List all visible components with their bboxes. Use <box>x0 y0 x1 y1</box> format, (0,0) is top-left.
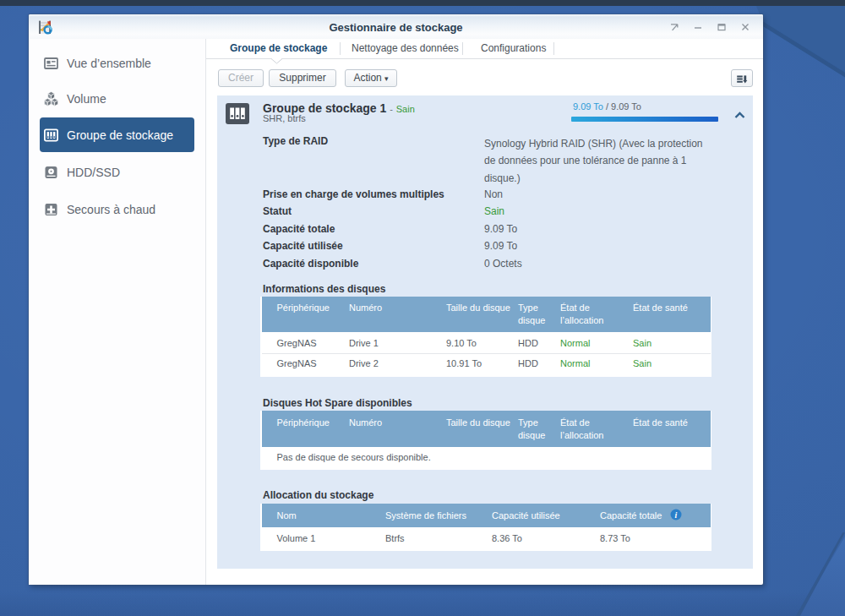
svg-text:i: i <box>675 510 678 520</box>
